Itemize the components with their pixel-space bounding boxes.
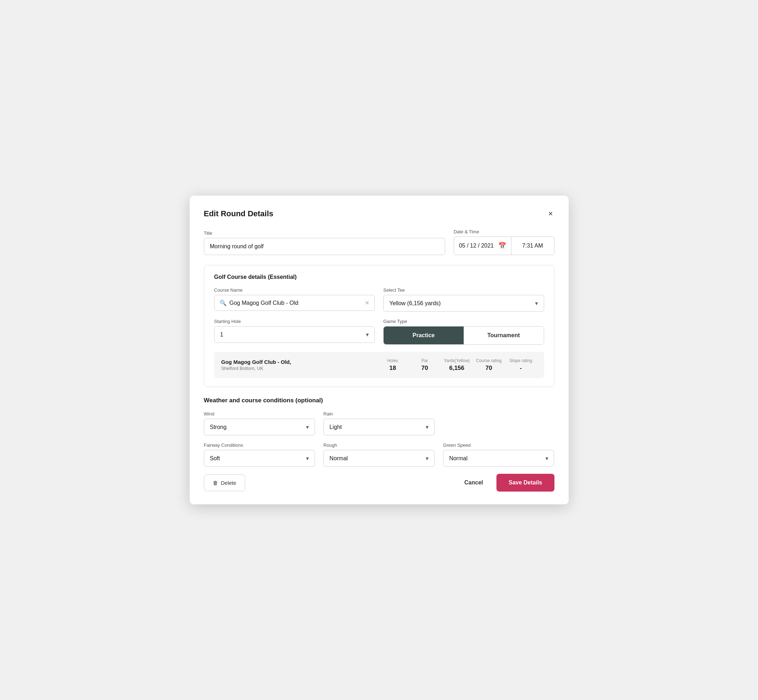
rain-dropdown[interactable]: Light None Moderate Heavy [324, 419, 434, 435]
fairway-rough-green-row: Fairway Conditions Soft Dry Firm Normal … [204, 442, 554, 467]
wind-dropdown[interactable]: Strong Calm Light Moderate Very Strong [204, 419, 315, 435]
green-speed-label: Green Speed [443, 442, 554, 448]
course-stat-par: Par 70 [409, 358, 441, 372]
select-tee-group: Select Tee Yellow (6,156 yards) White Re… [383, 288, 544, 312]
game-type-group: Game Type Practice Tournament [383, 319, 544, 345]
delete-button[interactable]: 🗑 Delete [204, 475, 245, 491]
select-tee-label: Select Tee [383, 288, 544, 293]
course-name-group: Course Name 🔍 ✕ [214, 288, 375, 312]
wind-group: Wind Strong Calm Light Moderate Very Str… [204, 411, 315, 435]
footer-right: Cancel Save Details [461, 474, 554, 492]
fairway-wrapper: Soft Dry Firm Normal Wet ▼ [204, 450, 315, 467]
starting-hole-group: Starting Hole 1 10 ▼ [214, 319, 375, 345]
time-part[interactable]: 7:31 AM [511, 237, 554, 255]
clear-course-icon[interactable]: ✕ [365, 300, 370, 306]
par-value: 70 [421, 364, 428, 372]
datetime-label: Date & Time [454, 229, 554, 234]
course-info-name-col: Gog Magog Golf Club - Old, Shelford Bott… [221, 359, 377, 371]
save-button[interactable]: Save Details [496, 474, 554, 492]
rain-label: Rain [324, 411, 434, 417]
date-part[interactable]: 05 / 12 / 2021 📅 [454, 237, 511, 255]
golf-section-title: Golf Course details (Essential) [214, 274, 544, 280]
game-type-label: Game Type [383, 319, 544, 324]
slope-rating-value: - [520, 364, 522, 372]
delete-label: Delete [221, 480, 236, 486]
green-speed-group: Green Speed Normal Slow Fast Very Fast ▼ [443, 442, 554, 467]
wind-wrapper: Strong Calm Light Moderate Very Strong ▼ [204, 419, 315, 435]
rain-wrapper: Light None Moderate Heavy ▼ [324, 419, 434, 435]
green-speed-dropdown[interactable]: Normal Slow Fast Very Fast [443, 450, 554, 467]
rain-group: Rain Light None Moderate Heavy ▼ [324, 411, 434, 435]
yards-label: Yards(Yellow) [444, 358, 470, 363]
cancel-button[interactable]: Cancel [461, 475, 487, 491]
modal-title: Edit Round Details [204, 209, 274, 219]
holes-value: 18 [389, 364, 396, 372]
time-value: 7:31 AM [522, 242, 543, 249]
course-name-label: Course Name [214, 288, 375, 293]
course-tee-row: Course Name 🔍 ✕ Select Tee Yellow (6,156… [214, 288, 544, 312]
close-button[interactable]: × [547, 208, 554, 219]
datetime-field-group: Date & Time 05 / 12 / 2021 📅 7:31 AM [454, 229, 554, 255]
tournament-toggle-button[interactable]: Tournament [464, 327, 544, 344]
slope-rating-label: Slope rating [509, 358, 532, 363]
date-value: 05 / 12 / 2021 [459, 242, 494, 249]
course-info-location: Shelford Bottom, UK [221, 366, 377, 371]
trash-icon: 🗑 [213, 480, 218, 486]
fairway-group: Fairway Conditions Soft Dry Firm Normal … [204, 442, 315, 467]
starting-hole-label: Starting Hole [214, 319, 375, 324]
title-datetime-row: Title Date & Time 05 / 12 / 2021 📅 7:31 … [204, 229, 554, 255]
starting-hole-dropdown[interactable]: 1 10 [214, 326, 375, 343]
holes-label: Holes [387, 358, 398, 363]
course-info-name: Gog Magog Golf Club - Old, [221, 359, 377, 365]
course-rating-label: Course rating [476, 358, 501, 363]
course-search-wrapper[interactable]: 🔍 ✕ [214, 295, 375, 311]
course-stat-rating: Course rating 70 [473, 358, 505, 372]
footer-row: 🗑 Delete Cancel Save Details [204, 474, 554, 492]
green-speed-wrapper: Normal Slow Fast Very Fast ▼ [443, 450, 554, 467]
game-type-toggle: Practice Tournament [383, 326, 544, 345]
search-icon: 🔍 [219, 300, 227, 306]
weather-section: Weather and course conditions (optional)… [204, 397, 554, 467]
golf-course-section: Golf Course details (Essential) Course N… [204, 265, 554, 387]
select-tee-dropdown[interactable]: Yellow (6,156 yards) White Red [383, 295, 544, 312]
course-stat-yards: Yards(Yellow) 6,156 [441, 358, 473, 372]
course-stat-slope: Slope rating - [505, 358, 537, 372]
fairway-dropdown[interactable]: Soft Dry Firm Normal Wet [204, 450, 315, 467]
wind-rain-row: Wind Strong Calm Light Moderate Very Str… [204, 411, 554, 435]
rough-group: Rough Normal Short Long ▼ [324, 442, 434, 467]
course-rating-value: 70 [485, 364, 492, 372]
course-name-input[interactable] [230, 300, 362, 306]
modal-header: Edit Round Details × [204, 208, 554, 219]
fairway-label: Fairway Conditions [204, 442, 315, 448]
rough-label: Rough [324, 442, 434, 448]
calendar-icon: 📅 [498, 242, 506, 250]
wind-label: Wind [204, 411, 315, 417]
weather-section-title: Weather and course conditions (optional) [204, 397, 554, 404]
yards-value: 6,156 [449, 364, 464, 372]
hole-gametype-row: Starting Hole 1 10 ▼ Game Type Practice … [214, 319, 544, 345]
title-label: Title [204, 230, 445, 236]
datetime-wrapper: 05 / 12 / 2021 📅 7:31 AM [454, 236, 554, 255]
par-label: Par [421, 358, 428, 363]
title-input[interactable] [204, 238, 445, 255]
course-stat-holes: Holes 18 [377, 358, 409, 372]
starting-hole-wrapper: 1 10 ▼ [214, 326, 375, 343]
select-tee-wrapper: Yellow (6,156 yards) White Red ▼ [383, 295, 544, 312]
edit-round-modal: Edit Round Details × Title Date & Time 0… [190, 195, 568, 505]
rough-dropdown[interactable]: Normal Short Long [324, 450, 434, 467]
title-field-group: Title [204, 230, 445, 255]
practice-toggle-button[interactable]: Practice [384, 327, 464, 344]
rough-wrapper: Normal Short Long ▼ [324, 450, 434, 467]
course-info-box: Gog Magog Golf Club - Old, Shelford Bott… [214, 352, 544, 378]
